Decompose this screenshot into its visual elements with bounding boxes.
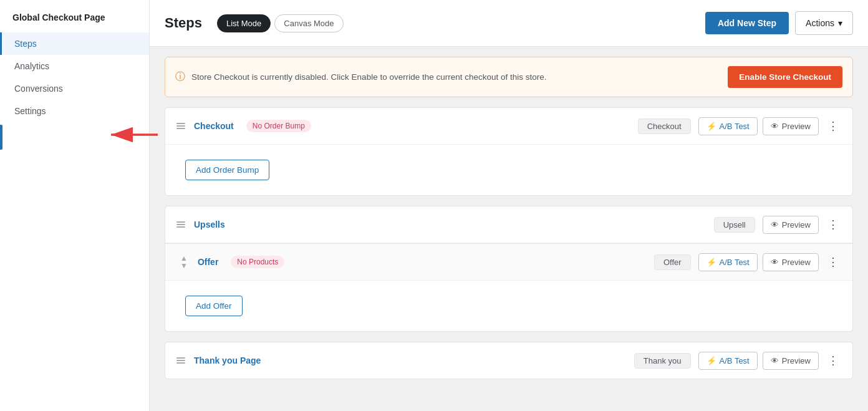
- upsells-step-row: Upsells Upsell 👁 Preview ⋮: [165, 206, 852, 243]
- main-wrapper: Steps List Mode Canvas Mode Add New Step…: [150, 0, 868, 411]
- actions-button[interactable]: Actions ▾: [795, 11, 853, 35]
- alert-banner: ⓘ Store Checkout is currently disabled. …: [165, 57, 853, 97]
- add-offer-button[interactable]: Add Offer: [185, 296, 243, 316]
- ab-test-icon-thankyou: ⚡: [706, 356, 716, 365]
- checkout-add-section: Add Order Bump: [165, 145, 852, 195]
- sidebar: Global Checkout Page Steps Analytics Con…: [0, 0, 150, 411]
- drag-handle-thankyou[interactable]: [175, 355, 186, 366]
- checkout-no-order-bump-badge: No Order Bump: [246, 120, 311, 132]
- enable-store-checkout-button[interactable]: Enable Store Checkout: [728, 66, 842, 88]
- add-order-bump-button[interactable]: Add Order Bump: [185, 160, 269, 180]
- sidebar-item-steps[interactable]: Steps: [0, 32, 149, 55]
- alert-text: ⓘ Store Checkout is currently disabled. …: [175, 70, 547, 84]
- ab-test-icon-offer: ⚡: [706, 258, 716, 267]
- thankyou-more-options-button[interactable]: ⋮: [824, 351, 842, 370]
- eye-icon-offer: 👁: [771, 258, 779, 267]
- main-content: Steps List Mode Canvas Mode Add New Step…: [150, 0, 868, 411]
- add-new-step-button[interactable]: Add New Step: [705, 12, 789, 34]
- thankyou-preview-button[interactable]: 👁 Preview: [763, 352, 819, 370]
- thankyou-type-label: Thank you: [634, 353, 691, 369]
- checkout-step-actions: ⚡ A/B Test 👁 Preview ⋮: [698, 117, 842, 135]
- checkout-ab-test-button[interactable]: ⚡ A/B Test: [698, 117, 758, 135]
- ab-test-icon: ⚡: [706, 122, 716, 131]
- sidebar-nav: Steps Analytics Conversions Settings: [0, 32, 149, 122]
- thankyou-step-name[interactable]: Thank you Page: [194, 355, 261, 365]
- thankyou-step-card: Thank you Page Thank you ⚡ A/B Test 👁 Pr…: [165, 342, 853, 379]
- drag-handle-checkout[interactable]: [175, 120, 186, 132]
- page-title: Steps: [165, 15, 202, 31]
- thankyou-ab-test-button[interactable]: ⚡ A/B Test: [698, 352, 758, 370]
- offer-step-actions: ⚡ A/B Test 👁 Preview ⋮: [698, 253, 842, 271]
- offer-ab-test-button[interactable]: ⚡ A/B Test: [698, 253, 758, 271]
- offer-type-label: Offer: [654, 254, 691, 270]
- thankyou-step-actions: ⚡ A/B Test 👁 Preview ⋮: [698, 351, 842, 370]
- list-mode-button[interactable]: List Mode: [217, 14, 271, 32]
- checkout-type-label: Checkout: [638, 118, 691, 134]
- info-icon: ⓘ: [175, 70, 185, 84]
- eye-icon-checkout: 👁: [771, 122, 779, 131]
- offer-sort-handle[interactable]: ▲ ▼: [180, 254, 188, 269]
- chevron-down-icon: ▾: [838, 18, 842, 28]
- sidebar-item-settings[interactable]: Settings: [0, 100, 149, 122]
- sidebar-item-analytics[interactable]: Analytics: [0, 55, 149, 77]
- offer-step-name[interactable]: Offer: [198, 257, 218, 267]
- upsells-preview-button[interactable]: 👁 Preview: [763, 216, 819, 234]
- header-actions: Add New Step Actions ▾: [705, 11, 853, 35]
- canvas-mode-button[interactable]: Canvas Mode: [274, 14, 343, 32]
- upsells-type-label: Upsell: [714, 217, 755, 233]
- offer-more-options-button[interactable]: ⋮: [824, 253, 842, 271]
- eye-icon-thankyou: 👁: [771, 356, 779, 365]
- page-header: Steps List Mode Canvas Mode Add New Step…: [150, 0, 868, 47]
- upsells-step-name[interactable]: Upsells: [194, 220, 225, 230]
- checkout-preview-button[interactable]: 👁 Preview: [763, 117, 819, 135]
- mode-toggle: List Mode Canvas Mode: [217, 14, 344, 32]
- checkout-step-row: Checkout No Order Bump Checkout ⚡ A/B Te…: [165, 108, 852, 145]
- content-area: ⓘ Store Checkout is currently disabled. …: [150, 47, 868, 411]
- drag-handle-upsells[interactable]: [175, 219, 186, 230]
- sidebar-item-conversions[interactable]: Conversions: [0, 77, 149, 100]
- thankyou-step-row: Thank you Page Thank you ⚡ A/B Test 👁 Pr…: [165, 342, 852, 379]
- offer-preview-button[interactable]: 👁 Preview: [763, 253, 819, 271]
- offer-sub-row: ▲ ▼ Offer No Products Offer ⚡ A/B Test 👁: [165, 243, 852, 281]
- offer-no-products-badge: No Products: [231, 256, 284, 268]
- upsells-step-actions: 👁 Preview ⋮: [763, 215, 842, 234]
- checkout-more-options-button[interactable]: ⋮: [824, 117, 842, 135]
- checkout-step-card: Checkout No Order Bump Checkout ⚡ A/B Te…: [165, 107, 853, 196]
- checkout-step-name[interactable]: Checkout: [194, 121, 234, 131]
- eye-icon-upsells: 👁: [771, 220, 779, 230]
- upsells-step-card: Upsells Upsell 👁 Preview ⋮ ▲: [165, 206, 853, 332]
- upsells-more-options-button[interactable]: ⋮: [824, 215, 842, 234]
- sidebar-title: Global Checkout Page: [0, 12, 149, 32]
- upsells-add-section: Add Offer: [165, 281, 852, 331]
